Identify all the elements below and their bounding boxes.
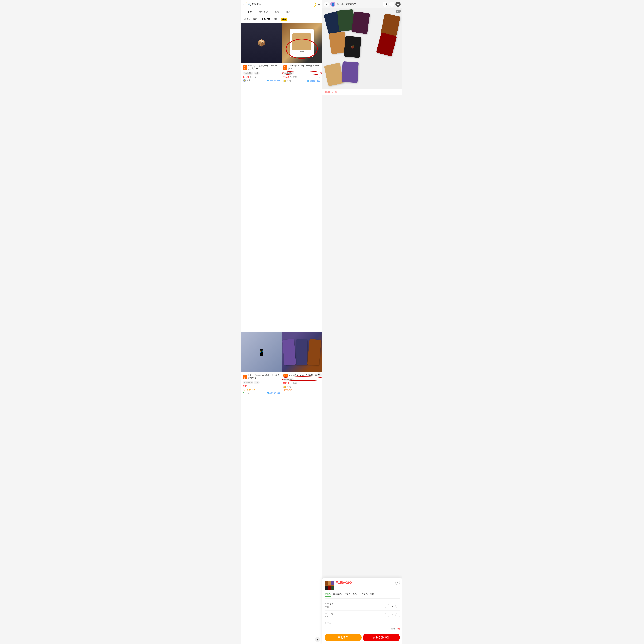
wallet-card-purple <box>351 11 370 34</box>
color-option-1[interactable]: 花菱草色 <box>333 593 342 597</box>
zhihu-button[interactable]: 知乎 @溪水潺潺 <box>363 634 400 641</box>
summary-price: ¥0 <box>397 628 400 631</box>
wallet-card-violet <box>342 61 359 83</box>
popup-close-button[interactable]: ✕ <box>395 581 400 585</box>
product-price-4: ¥235 <box>283 382 289 385</box>
more-options-icon[interactable]: ··· <box>318 76 320 79</box>
product-title-3: 全新 卡包Magsafe 磁吸卡包带动画适用苹果 <box>248 374 280 380</box>
filter-condition[interactable]: 成色 <box>281 18 287 21</box>
tab-all[interactable]: 全部 <box>244 9 255 16</box>
variant-info-0: 二代卡包 ¥200 <box>325 603 385 609</box>
credit-badge-2: 💧 芝麻信用极好 <box>307 80 320 82</box>
quantity-value-1: 0 <box>390 614 394 617</box>
right-header: ‹ 👤 紫**6小时前查看商品 💬 ••• ⏺ <box>322 0 403 8</box>
popup-price: ¥150~200 <box>336 581 395 585</box>
product-price-1: ¥160 <box>243 76 249 78</box>
product-tag: Apple/苹果 <box>243 381 253 384</box>
product-tag: Apple/苹果 <box>283 378 294 381</box>
filter-brand[interactable]: 品牌 ▾ <box>272 17 280 21</box>
decrease-button-1[interactable]: − <box>385 613 389 617</box>
product-image-3: 📱 <box>241 332 282 372</box>
price-bar: 150~200 <box>322 89 403 95</box>
shipping-badge: 包邮 <box>283 65 287 70</box>
apple-logo-overlay: 🍎 <box>344 36 361 58</box>
product-card-3[interactable]: 📱 包邮 全新 卡包Magsafe 磁吸卡包带动画适用苹果 Apple/苹果 全… <box>241 332 282 644</box>
want-count-2: 6人想要 <box>290 76 297 79</box>
tab-youpin[interactable]: 闲鱼优品 <box>255 9 271 16</box>
trade-history: 你交易过的 <box>283 389 320 391</box>
seller-avatar-1: 😊 <box>243 79 246 82</box>
product-title-4: 全新苹果 iPhone12/13系列二代 <box>288 374 317 377</box>
search-clear-icon[interactable]: × <box>312 3 314 6</box>
credit-icon: 💧 <box>267 80 269 81</box>
back-button[interactable]: ‹ <box>243 3 245 6</box>
decrease-button-0[interactable]: − <box>385 604 389 608</box>
filter-more[interactable]: ≡ <box>288 18 292 21</box>
product-card-2[interactable]: iPhone 包邮 iPhone 皮革 magsafe卡包 国行全新正 Appl… <box>282 23 322 332</box>
credit-icon: 💧 <box>267 392 269 394</box>
product-tag: 全新 <box>254 381 260 384</box>
bottom-buttons: 加购物车 知乎 @溪水潺潺 <box>325 634 400 641</box>
product-info-3: 包邮 全新 卡包Magsafe 磁吸卡包带动画适用苹果 Apple/苹果 全新 … <box>241 372 282 396</box>
right-actions: 💬 ••• ⏺ <box>383 2 401 7</box>
more-options-button[interactable]: ··· <box>317 3 320 6</box>
filter-region[interactable]: 区域 ▾ <box>252 17 259 21</box>
search-input[interactable]: 苹果卡包 <box>252 3 311 6</box>
color-label-1: 花菱草色 <box>333 593 342 596</box>
tab-user[interactable]: 用户 <box>282 9 294 16</box>
variant-price-1: ¥150 <box>325 615 385 618</box>
right-back-button[interactable]: ‹ <box>324 2 329 7</box>
increase-button-0[interactable]: + <box>395 604 400 608</box>
filter-comprehensive[interactable]: 综合 ▾ <box>243 17 251 21</box>
product-title-1: 全新正品兰博基尼卡包 苹果13卡包，某宝180 <box>248 64 280 70</box>
variant-info-1: 一代卡包 ¥150 <box>325 612 385 618</box>
filter-latest-label: 最新发布 <box>262 18 270 21</box>
more-options-button[interactable]: ••• <box>389 2 394 7</box>
tabs-row: 全部 闲鱼优品 会玩 用户 <box>241 9 322 16</box>
search-input-wrapper[interactable]: 🔍 苹果卡包 × <box>246 2 316 7</box>
popup-thumbnail <box>325 581 334 590</box>
product-price-3: ¥35 <box>243 385 247 388</box>
color-option-3[interactable]: 金褐色 <box>361 593 368 597</box>
search-icon: 🔍 <box>248 3 251 6</box>
credit-badge-3: 💧 芝麻信用极好 <box>267 392 280 394</box>
product-image-2: iPhone <box>282 23 322 63</box>
filter-latest[interactable]: 最新发布 <box>261 17 271 21</box>
popup-price-section: ¥150~200 <box>336 581 395 585</box>
image-counter: 1/4 <box>396 10 401 13</box>
color-label-4: 绯樱 <box>370 593 374 596</box>
product-price-2: ¥248 <box>283 76 289 79</box>
record-icon: ⏺ <box>397 3 399 5</box>
color-label-3: 金褐色 <box>361 593 368 596</box>
product-title-2: iPhone 皮革 magsafe卡包 国行全新正 <box>288 64 320 70</box>
product-info-2: 包邮 iPhone 皮革 magsafe卡包 国行全新正 Apple/苹果 ¥2… <box>282 63 322 84</box>
color-option-0[interactable]: 紫藤色 <box>325 593 331 597</box>
credit-icon: 💧 <box>307 80 309 82</box>
color-label-2: 午夜色（黑色） <box>344 593 359 596</box>
color-option-2[interactable]: 午夜色（黑色） <box>344 593 359 597</box>
add-to-cart-button[interactable]: 加购物车 <box>325 634 362 641</box>
filter-icon: ≡ <box>289 18 291 21</box>
wechat-button[interactable]: 💬 <box>383 2 388 7</box>
save-icon[interactable]: 🛍 <box>317 372 322 377</box>
product-card-4[interactable]: 包邮 全新苹果 iPhone12/13系列二代 🛍 Apple/苹果 ¥235 … <box>282 332 322 644</box>
tab-huiwan[interactable]: 会玩 <box>271 9 282 16</box>
product-tag: Apple/苹果 <box>283 72 294 75</box>
variant-row-1: 一代卡包 ¥150 − 0 + <box>325 611 400 620</box>
seller-name-4: 河南 <box>287 386 291 388</box>
wallets-display: 🍎 <box>322 8 403 89</box>
shipping-badge: 包邮 <box>283 374 288 377</box>
want-count-1: 3人想要 <box>250 76 257 78</box>
increase-button-1[interactable]: + <box>395 613 400 617</box>
color-option-4[interactable]: 绯樱 <box>370 593 374 597</box>
wallet-card-red <box>376 32 397 57</box>
product-card-1[interactable]: 📦 包邮 全新正品兰博基尼卡包 苹果13卡包，某宝180 Apple/苹果 全新… <box>241 23 282 332</box>
wechat-icon: 💬 <box>384 3 387 5</box>
chevron-down-icon: ▾ <box>278 19 279 20</box>
scroll-up-button[interactable]: ↑ <box>315 637 320 642</box>
credit-badge-1: 💧 芝麻信用极好 <box>267 79 280 82</box>
note-input[interactable]: 备注... <box>325 620 400 626</box>
left-panel: ‹ 🔍 苹果卡包 × ··· 全部 闲鱼优品 会玩 用户 综合 ▾ 区域 ▾ 最… <box>241 0 322 644</box>
record-button[interactable]: ⏺ <box>395 2 401 7</box>
filter-row: 综合 ▾ 区域 ▾ 最新发布 品牌 ▾ 成色 ≡ <box>241 16 322 23</box>
